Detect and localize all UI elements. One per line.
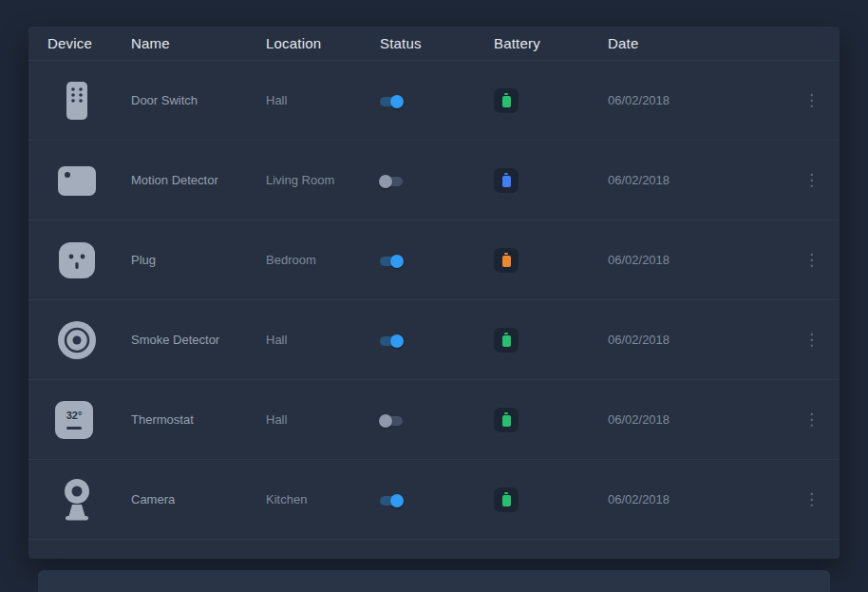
actions-cell: ⋮ [798, 328, 825, 352]
device-location: Kitchen [266, 492, 380, 506]
battery-icon [502, 335, 511, 347]
table-row: Camera Kitchen 06/02/2018 ⋮ [28, 460, 840, 540]
battery-icon [502, 176, 511, 187]
table-row: 32° Thermostat Hall 06/02/2018 ⋮ [28, 380, 840, 460]
table-row: Plug Bedroom 06/02/2018 ⋮ [28, 220, 840, 300]
battery-icon [502, 96, 511, 107]
camera-icon [55, 478, 99, 522]
toggle-knob [379, 175, 392, 188]
device-icon-cell: 32° [47, 401, 131, 439]
device-icon-cell [47, 159, 131, 202]
row-menu-button[interactable]: ⋮ [798, 328, 825, 352]
thermostat-line [66, 427, 82, 430]
column-header-location: Location [266, 35, 380, 51]
battery-cell [494, 168, 608, 193]
actions-cell: ⋮ [798, 88, 825, 112]
device-icon-cell [47, 239, 131, 282]
toggle-knob [379, 414, 392, 428]
battery-indicator [494, 248, 519, 273]
device-location: Bedroom [266, 253, 380, 267]
row-menu-button[interactable]: ⋮ [798, 408, 825, 431]
battery-indicator [494, 88, 519, 113]
device-icon-cell [47, 318, 131, 362]
device-name: Camera [131, 492, 266, 506]
status-toggle[interactable] [380, 336, 403, 346]
thermostat-icon: 32° [55, 401, 93, 439]
thermostat-temp-label: 32° [66, 411, 83, 421]
battery-icon [502, 495, 511, 506]
device-date: 06/02/2018 [608, 93, 798, 107]
battery-cell [494, 408, 608, 432]
actions-cell: ⋮ [798, 487, 825, 511]
device-date: 06/02/2018 [608, 333, 798, 347]
actions-cell: ⋮ [798, 248, 825, 272]
actions-cell: ⋮ [798, 408, 825, 431]
status-cell [380, 412, 494, 427]
status-cell [380, 492, 494, 506]
battery-indicator [494, 487, 519, 512]
battery-indicator [494, 408, 519, 432]
table-row: Door Switch Hall 06/02/2018 ⋮ [28, 61, 840, 141]
battery-cell [494, 88, 608, 113]
device-name: Thermostat [131, 412, 266, 427]
battery-cell [494, 328, 608, 353]
device-date: 06/02/2018 [608, 173, 798, 187]
device-name: Smoke Detector [131, 333, 266, 347]
toggle-knob [390, 95, 404, 108]
status-toggle[interactable] [380, 416, 403, 426]
device-table-panel: Device Name Location Status Battery Date… [28, 27, 840, 559]
battery-indicator [494, 168, 519, 193]
motion-detector-icon [55, 159, 99, 202]
battery-cell [494, 487, 608, 512]
toggle-knob [390, 494, 404, 507]
table-row: Motion Detector Living Room 06/02/2018 ⋮ [28, 141, 840, 220]
column-header-battery: Battery [494, 35, 608, 51]
device-location: Hall [266, 93, 380, 107]
battery-icon [502, 256, 511, 267]
device-location: Hall [266, 333, 380, 347]
actions-cell: ⋮ [798, 168, 825, 192]
door-switch-icon [55, 79, 99, 123]
column-header-device: Device [47, 35, 131, 51]
status-toggle[interactable] [380, 177, 403, 186]
battery-cell [494, 248, 608, 273]
table-header: Device Name Location Status Battery Date [28, 27, 840, 61]
device-name: Motion Detector [131, 173, 266, 187]
row-menu-button[interactable]: ⋮ [798, 168, 825, 192]
device-icon-cell [47, 478, 131, 522]
device-icon-cell [47, 79, 131, 123]
smoke-detector-icon [55, 318, 99, 362]
column-header-date: Date [608, 35, 798, 51]
device-location: Hall [266, 412, 380, 427]
device-date: 06/02/2018 [608, 492, 798, 506]
status-cell [380, 253, 494, 267]
device-name: Door Switch [131, 93, 266, 107]
toggle-knob [390, 255, 404, 268]
row-menu-button[interactable]: ⋮ [798, 88, 825, 112]
device-name: Plug [131, 253, 266, 267]
battery-icon [502, 415, 511, 427]
battery-indicator [494, 328, 519, 353]
plug-icon [55, 239, 99, 282]
status-toggle[interactable] [380, 97, 403, 106]
device-date: 06/02/2018 [608, 412, 798, 427]
device-location: Living Room [266, 173, 380, 187]
status-toggle[interactable] [380, 496, 403, 506]
row-menu-button[interactable]: ⋮ [798, 487, 825, 511]
column-header-status: Status [380, 35, 494, 51]
toggle-knob [390, 334, 404, 348]
table-row: Smoke Detector Hall 06/02/2018 ⋮ [28, 300, 840, 380]
status-toggle[interactable] [380, 257, 403, 266]
device-date: 06/02/2018 [608, 253, 798, 267]
status-cell [380, 93, 494, 107]
row-menu-button[interactable]: ⋮ [798, 248, 825, 272]
column-header-name: Name [131, 35, 266, 51]
status-cell [380, 333, 494, 347]
footer-bar [38, 570, 830, 592]
status-cell [380, 173, 494, 187]
